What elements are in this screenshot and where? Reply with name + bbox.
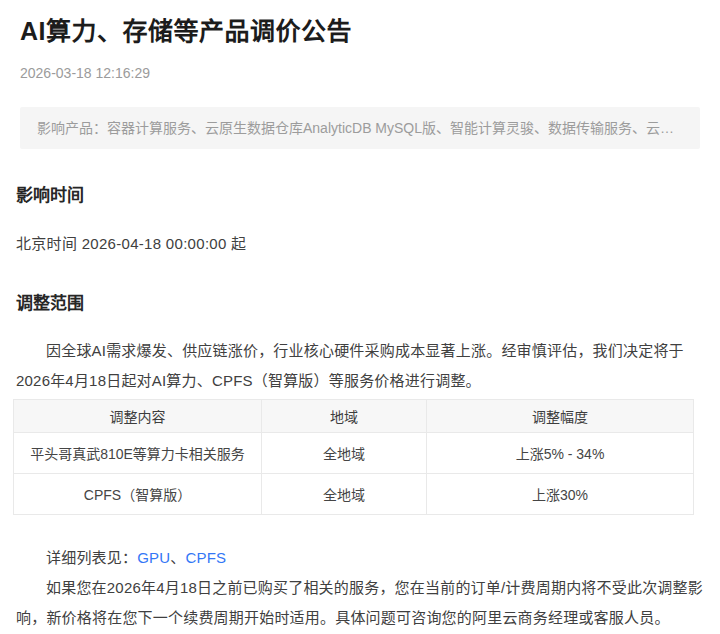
gpu-price-list-link[interactable]: GPU [137, 549, 170, 566]
cell-region: 全地域 [262, 474, 427, 515]
column-header-adjustment: 调整幅度 [427, 400, 694, 433]
column-header-content: 调整内容 [14, 400, 262, 433]
link-separator: 、 [170, 549, 185, 566]
section-heading-scope: 调整范围 [16, 294, 704, 314]
cell-adjustment: 上涨5% - 34% [427, 433, 694, 474]
scope-intro-paragraph: 因全球AI需求爆发、供应链涨价，行业核心硬件采购成本显著上涨。经审慎评估，我们决… [16, 336, 704, 396]
cpfs-price-list-link[interactable]: CPFS [186, 549, 227, 566]
publish-time: 2026-03-18 12:16:29 [20, 65, 700, 81]
announcement-page: AI算力、存储等产品调价公告 2026-03-18 12:16:29 影响产品：… [0, 15, 720, 634]
detail-list-prefix: 详细列表见： [46, 549, 137, 566]
detail-list-line: 详细列表见：GPU、CPFS [16, 543, 704, 573]
cell-content: CPFS（智算版） [14, 474, 262, 515]
table-row: 平头哥真武810E等算力卡相关服务 全地域 上涨5% - 34% [14, 433, 694, 474]
cell-content: 平头哥真武810E等算力卡相关服务 [14, 433, 262, 474]
grandfather-clause-paragraph: 如果您在2026年4月18日之前已购买了相关的服务，您在当前的订单/计费周期内将… [16, 573, 704, 633]
impact-time-value: 北京时间 2026-04-18 00:00:00 起 [16, 232, 704, 253]
cell-region: 全地域 [262, 433, 427, 474]
column-header-region: 地域 [262, 400, 427, 433]
page-title: AI算力、存储等产品调价公告 [20, 15, 700, 48]
section-heading-impact-time: 影响时间 [16, 186, 704, 206]
affected-products-notice: 影响产品：容器计算服务、云原生数据仓库AnalyticDB MySQL版、智能计… [20, 107, 700, 149]
price-adjustment-table: 调整内容 地域 调整幅度 平头哥真武810E等算力卡相关服务 全地域 上涨5% … [13, 399, 694, 515]
cell-adjustment: 上涨30% [427, 474, 694, 515]
table-row: CPFS（智算版） 全地域 上涨30% [14, 474, 694, 515]
table-header-row: 调整内容 地域 调整幅度 [14, 400, 694, 433]
